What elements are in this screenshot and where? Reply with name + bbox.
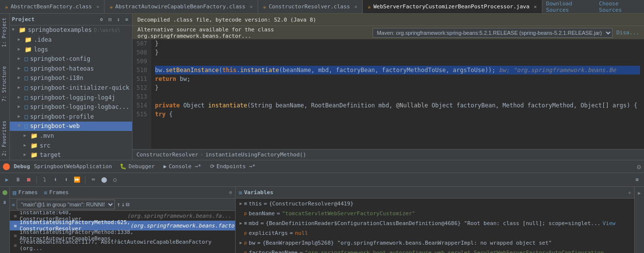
tree-item-springboot-logging-log4j[interactable]: ▶ □ springboot-logging-log4j	[10, 93, 132, 102]
line-num-510: 510	[136, 66, 147, 75]
arrow-icon: ▶	[18, 104, 24, 110]
tree-item-root[interactable]: ▼ 📁 springbootexamples D:\works\	[10, 25, 132, 35]
variables-controls: +	[628, 189, 631, 196]
step-into-button[interactable]: ⬇	[51, 175, 60, 185]
java-icon: ☕	[263, 3, 267, 10]
code-line-513	[155, 92, 640, 101]
var-eq: =	[261, 220, 264, 227]
side-tab-structure[interactable]: 7: Structure	[0, 62, 9, 105]
alt-source-text: Alternative source available for the cla…	[137, 26, 369, 39]
tree-item-label: src	[40, 142, 51, 149]
var-value: {BeanWrapperImpl@5268} "org.springframew…	[263, 240, 552, 246]
var-item-this[interactable]: ▶ ⊞ this = {ConstructorResolver@4419}	[236, 199, 634, 208]
tree-item-springboot-logging-logback[interactable]: ▶ □ springboot-logging-logbac...	[10, 102, 132, 112]
tree-item-target[interactable]: ▶ 📁 target	[10, 150, 132, 160]
var-item-bw[interactable]: ▶ p bw = {BeanWrapperImpl@5268} "org.spr…	[236, 238, 634, 248]
pause-control[interactable]: ⏸	[1, 199, 9, 206]
tree-path: D:\works\	[94, 27, 120, 33]
var-item-factory-bean-name[interactable]: ▶ p factoryBeanName = "org.springframewo…	[236, 248, 634, 253]
mute-breakpoints-button[interactable]: ○	[110, 175, 120, 185]
disable-button[interactable]: Disa...	[617, 29, 639, 36]
source-select[interactable]: Maven: org.springframework:spring-beans:…	[373, 28, 613, 38]
tree-item-logs[interactable]: ▶ 📁 logs	[10, 45, 132, 54]
tree-item-springboot-config[interactable]: ▶ □ springboot-config	[10, 54, 132, 64]
filter2-icon[interactable]: ⊟	[126, 201, 130, 208]
view-link[interactable]: View	[602, 220, 616, 227]
tree-item-springboot-initializer[interactable]: ▶ □ springboot-initializer-quick	[10, 83, 132, 93]
side-tab-project[interactable]: 1: Project	[0, 14, 9, 51]
gear-icon[interactable]: ⚙	[98, 16, 105, 23]
tree-item-label: springboot-initializer-quick	[30, 84, 129, 91]
collapse-icon[interactable]: ↕	[115, 16, 122, 23]
debug-tab-console[interactable]: ▶ Console →*	[160, 161, 205, 172]
resume-button[interactable]: ▶	[2, 175, 12, 185]
code-line-507: }	[155, 39, 640, 48]
java-icon: ☕	[368, 3, 371, 10]
debug-header: Debug SpringbootWebApplication 🐛 Debugge…	[0, 160, 644, 173]
pause-button[interactable]: ⏸	[13, 175, 23, 185]
tab-abstract-autowire[interactable]: ☕ AbstractAutowireCapableBeanFactory.cla…	[105, 0, 258, 13]
debug-tab-endpoints[interactable]: ⟳ Endpoints →*	[206, 161, 259, 172]
breadcrumb-separator: ›	[200, 152, 204, 158]
tab-constructor-resolver[interactable]: ☕ ConstructorResolver.class ✕	[258, 0, 363, 13]
app-name: SpringbootWebApplication	[34, 163, 112, 170]
toolbar-separator	[36, 176, 37, 184]
var-name: beanName	[249, 210, 275, 217]
code-line-508: }	[155, 48, 640, 57]
code-line-514: private Object instantiate(String beanNa…	[155, 101, 640, 110]
tree-item-idea[interactable]: ▶ 📁 .idea	[10, 35, 132, 45]
debug-title: Debug	[14, 163, 30, 170]
settings-icon[interactable]: ⚙	[637, 163, 641, 171]
down-icon[interactable]: ↓	[121, 201, 125, 208]
restore-layout-button[interactable]: ≡	[632, 175, 642, 185]
settings-icon[interactable]: ≡	[123, 16, 130, 23]
filter-icon[interactable]: ⊟	[107, 16, 113, 23]
filter-icon[interactable]: ⊕	[229, 189, 232, 196]
code-content: } } bw.setBeanInstance(this.instantiate(…	[151, 39, 644, 149]
close-icon[interactable]: ✕	[250, 4, 253, 9]
console-icon: ▶	[163, 163, 167, 170]
toggle-breakpoints-button[interactable]: ⬤	[99, 175, 109, 185]
tree-item-mvn[interactable]: ▶ 📁 .mvn	[10, 131, 132, 141]
var-item-explicit-args[interactable]: ▶ p explicitArgs = null	[236, 228, 634, 238]
tree-item-springboot-web[interactable]: ▼ □ springboot-web	[10, 122, 132, 131]
tree-item-springboot-profile[interactable]: ▶ □ springboot-profile	[10, 112, 132, 122]
threads-label: Frames	[49, 189, 69, 196]
tab-abstract-bean-factory[interactable]: ☕ AbstractBeanFactory.class ✕	[0, 0, 105, 13]
tree-item-springboot-hateoas[interactable]: ▶ □ springboot-hateoas	[10, 64, 132, 74]
breadcrumb-method[interactable]: instantiateUsingFactoryMethod()	[205, 152, 306, 158]
thread-select[interactable]: "main"@1 in group "main": RUNNING	[17, 200, 115, 209]
breadcrumb-class[interactable]: ConstructorResolver	[136, 152, 198, 158]
expand-right-icon[interactable]: ▶	[636, 189, 644, 197]
choose-sources-link[interactable]: Choose Sources	[599, 0, 640, 13]
arrow-icon: ▶	[18, 66, 24, 72]
frame-item-4[interactable]: ≡ createBeanInstance:1177, AbstractAutow…	[10, 240, 235, 250]
stop-button[interactable]: ⏹	[24, 175, 33, 185]
var-value: "tomcatServletWebServerFactoryCustomizer…	[282, 210, 415, 217]
tree-item-src[interactable]: ▶ 📁 src	[10, 141, 132, 151]
thread-selector-row: ≡ "main"@1 in group "main": RUNNING ↑ ↓ …	[10, 199, 235, 211]
close-icon[interactable]: ✕	[96, 4, 99, 9]
run-to-cursor-button[interactable]: ⏩	[72, 175, 82, 185]
debug-tab-debugger[interactable]: 🐛 Debugger	[116, 161, 159, 172]
up-icon[interactable]: ↑	[117, 201, 120, 208]
variables-panel: ≡ Variables + ▶ ⊞ this = {ConstructorRes…	[236, 187, 634, 253]
tab-web-server-factory[interactable]: ☕ WebServerFactoryCustomizerBeanPostProc…	[363, 0, 542, 13]
var-type-icon: ⊞	[244, 201, 246, 206]
close-icon[interactable]: ✕	[534, 4, 537, 9]
download-sources-link[interactable]: Download Sources	[546, 0, 593, 13]
close-icon[interactable]: ✕	[354, 4, 357, 9]
step-over-button[interactable]: ⤵	[40, 175, 50, 185]
var-value: {BeanDefinitionReader$ConfigurationClass…	[266, 220, 600, 227]
var-item-mbd[interactable]: ▶ ⊞ mbd = {BeanDefinitionReader$Configur…	[236, 218, 634, 228]
side-tab-favorites[interactable]: 2: Favorites	[0, 117, 9, 160]
expand-icon: ▶	[240, 201, 242, 206]
variables-list: ▶ ⊞ this = {ConstructorResolver@4419} ▶ …	[236, 199, 634, 253]
evaluate-button[interactable]: ⌨	[88, 175, 98, 185]
frames-title: Frames	[18, 189, 38, 196]
step-out-button[interactable]: ⬆	[61, 175, 71, 185]
tree-item-springboot-i18n[interactable]: ▶ □ springboot-i18n	[10, 74, 132, 83]
line-numbers: 507 508 509 510 511 512 513 514 515	[133, 39, 151, 149]
var-item-beanname[interactable]: ▶ p beanName = "tomcatServletWebServerFa…	[236, 208, 634, 218]
expand-icon[interactable]: +	[628, 190, 631, 196]
